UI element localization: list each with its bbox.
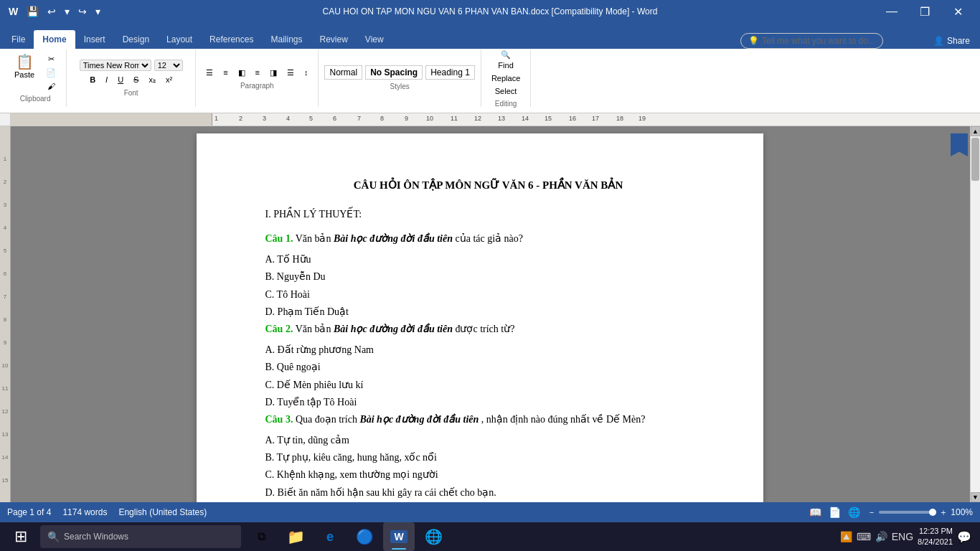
replace-button[interactable]: Replace [487, 72, 524, 84]
zoom-slider[interactable] [879, 511, 936, 514]
taskbar-edge[interactable]: e [314, 522, 346, 551]
align-right-button[interactable]: ◨ [265, 67, 281, 79]
tab-references[interactable]: References [201, 30, 262, 49]
font-label: Font [124, 89, 138, 97]
tab-review[interactable]: Review [311, 30, 356, 49]
undo-dropdown-button[interactable]: ▾ [62, 4, 72, 19]
quick-access-toolbar: W 💾 ↩ ▾ ↪ ▾ [6, 4, 103, 19]
q1-option-c: C. Tô Hoài [265, 287, 712, 303]
vertical-scrollbar[interactable]: ▲ ▼ [970, 126, 980, 502]
signin-button[interactable]: Sign in [892, 36, 920, 46]
bullets-button[interactable]: ☰ [202, 67, 217, 79]
page-container[interactable]: CÂU HỎI ÔN TẬP MÔN NGỮ VĂN 6 - PHẦN VĂN … [11, 126, 948, 502]
title-bar: W 💾 ↩ ▾ ↪ ▾ CAU HOI ON TAP MON NGU VAN 6… [0, 0, 980, 23]
word-count: 1174 words [62, 507, 107, 517]
justify-button[interactable]: ☰ [283, 67, 298, 79]
taskbar-search[interactable]: 🔍 Search Windows [40, 525, 241, 548]
question-2-part1: Văn bản [296, 324, 334, 334]
redo-button[interactable]: ↪ [75, 4, 90, 19]
taskbar-chrome[interactable]: 🔵 [349, 522, 380, 551]
subscript-button[interactable]: x₂ [144, 74, 160, 86]
taskbar-word[interactable]: W [383, 522, 415, 551]
underline-button[interactable]: U [113, 74, 128, 86]
align-center-button[interactable]: ≡ [251, 67, 264, 79]
format-painter-icon: 🖌 [47, 82, 55, 90]
notification-icon[interactable]: 💬 [957, 530, 971, 544]
paste-button[interactable]: 📋Paste [10, 53, 39, 92]
styles-label: Styles [390, 83, 410, 90]
find-button[interactable]: 🔍 Find [487, 49, 524, 71]
line-spacing-button[interactable]: ↕ [300, 67, 313, 79]
web-layout-icon[interactable]: 🌐 [848, 507, 860, 518]
font-family-select[interactable]: Times New Roman [80, 60, 151, 71]
tab-mailings[interactable]: Mailings [262, 30, 311, 49]
zoom-in-button[interactable]: ＋ [939, 507, 948, 519]
start-button[interactable]: ⊞ [3, 522, 39, 551]
style-normal[interactable]: Normal [324, 65, 362, 80]
style-heading1[interactable]: Heading 1 [425, 65, 475, 80]
styles-group: Normal No Spacing Heading 1 Styles [319, 50, 481, 107]
superscript-button[interactable]: x² [161, 74, 176, 86]
scroll-thumb[interactable] [971, 138, 979, 181]
tab-view[interactable]: View [357, 30, 392, 49]
ruler-left-margin [0, 113, 11, 126]
language-indicator: English (United States) [118, 507, 207, 517]
format-painter-button[interactable]: 🖌 [42, 80, 60, 92]
italic-button[interactable]: I [101, 74, 112, 86]
share-button[interactable]: 👤 Share [926, 33, 977, 49]
taskbar-task-view[interactable]: ⧉ [245, 522, 277, 551]
cut-button[interactable]: ✂ [42, 53, 60, 65]
justify-icon: ☰ [287, 68, 294, 77]
style-no-spacing[interactable]: No Spacing [365, 65, 423, 80]
question-1-text: Câu 1. Văn bản Bài học đường đời đầu tiê… [265, 231, 712, 247]
line-spacing-icon: ↕ [304, 68, 308, 77]
zoom-thumb [929, 509, 936, 516]
clipboard-group: 📋Paste ✂ 📄 🖌 Clipboard [4, 50, 67, 107]
tab-file[interactable]: File [3, 30, 34, 49]
tab-insert[interactable]: Insert [75, 30, 114, 49]
taskbar-right: 🔼 ⌨ 🔊 ENG 12:23 PM 8/24/2021 💬 [840, 526, 977, 548]
chevron-up-icon[interactable]: 🔼 [840, 531, 852, 542]
keyboard-icon[interactable]: ⌨ [857, 531, 871, 542]
scroll-track [971, 136, 980, 492]
print-layout-icon[interactable]: 📄 [829, 507, 841, 518]
zoom-out-button[interactable]: － [867, 507, 876, 519]
paragraph-group: ☰ ≡ ◧ ≡ ◨ ☰ ↕ Paragraph [196, 50, 319, 107]
minimize-button[interactable]: — [875, 0, 908, 23]
language-toggle[interactable]: ENG [892, 531, 913, 542]
taskbar-chrome2[interactable]: 🌐 [418, 522, 449, 551]
align-left-button[interactable]: ◧ [234, 67, 250, 79]
numbering-icon: ≡ [223, 68, 227, 77]
numbering-button[interactable]: ≡ [219, 67, 232, 79]
volume-icon[interactable]: 🔊 [875, 531, 887, 542]
bold-button[interactable]: B [85, 74, 100, 86]
tab-design[interactable]: Design [114, 30, 158, 49]
read-mode-icon[interactable]: 📖 [809, 507, 821, 518]
close-button[interactable]: ✕ [941, 0, 974, 23]
taskbar-file-explorer[interactable]: 📁 [280, 522, 311, 551]
system-tray: 🔼 ⌨ 🔊 ENG [840, 531, 913, 542]
tell-me-box[interactable]: 💡 Tell me what you want to do... [740, 33, 883, 49]
question-2-bolditalic: Bài học đường đời đầu tiên [334, 324, 453, 334]
scroll-down-button[interactable]: ▼ [971, 492, 981, 502]
document-title: CÂU HỎI ÔN TẬP MÔN NGỮ VĂN 6 - PHẦN VĂN … [265, 176, 712, 194]
copy-button[interactable]: 📄 [42, 67, 60, 79]
save-button[interactable]: 💾 [24, 4, 42, 19]
document-page: CÂU HỎI ÔN TẬP MÔN NGỮ VĂN 6 - PHẦN VĂN … [197, 133, 763, 502]
undo-button[interactable]: ↩ [44, 4, 59, 19]
clock[interactable]: 12:23 PM 8/24/2021 [918, 526, 953, 548]
tab-layout[interactable]: Layout [158, 30, 201, 49]
select-button[interactable]: Select [487, 85, 524, 97]
strikethrough-button[interactable]: S [129, 74, 143, 86]
restore-button[interactable]: ❐ [908, 0, 941, 23]
customize-button[interactable]: ▾ [93, 4, 103, 19]
tab-home[interactable]: Home [34, 30, 75, 49]
bookmark-icon[interactable] [951, 133, 968, 156]
q1-option-b: B. Nguyễn Du [265, 269, 712, 285]
font-size-select[interactable]: 12 [154, 60, 183, 71]
scroll-up-button[interactable]: ▲ [971, 126, 981, 136]
chrome-icon: 🔵 [356, 528, 374, 545]
ribbon-bar: 📋Paste ✂ 📄 🖌 Clipboard Times New Roman [0, 49, 980, 113]
bullets-icon: ☰ [206, 68, 213, 77]
q1-option-d: D. Phạm Tiến Duật [265, 304, 712, 320]
